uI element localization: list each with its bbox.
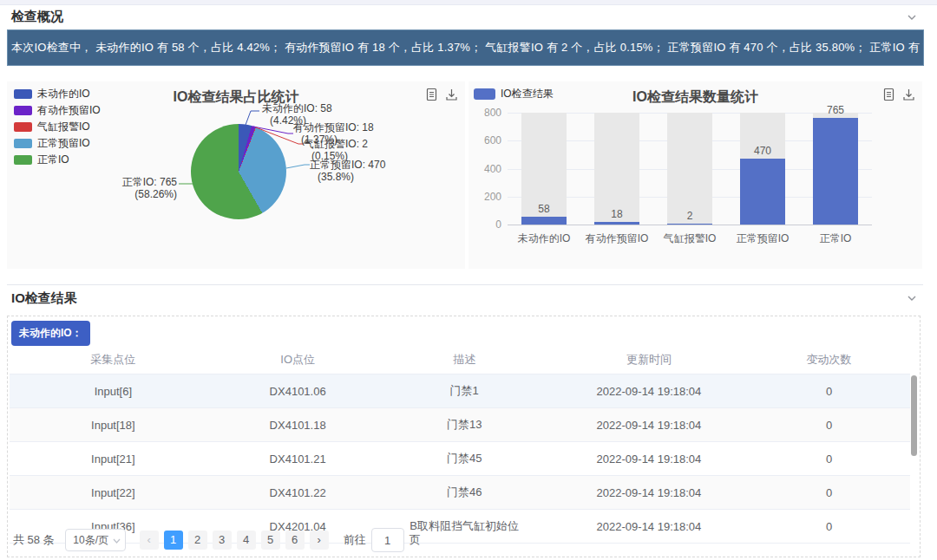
legend-label: 未动作的IO xyxy=(37,87,90,101)
data-view-icon[interactable] xyxy=(882,88,895,101)
table-row[interactable]: Input[22]DX4101.22门禁462022-09-14 19:18:0… xyxy=(10,476,910,510)
table-cell: 2022-09-14 19:18:04 xyxy=(550,442,748,476)
table-cell: 门禁13 xyxy=(379,408,550,442)
data-view-icon[interactable] xyxy=(425,88,438,101)
legend-label: 正常IO xyxy=(37,153,69,167)
page-size-select[interactable]: 10条/页 xyxy=(65,529,126,551)
io-inspection-dashboard: 检查概况 本次IO检查中， 未动作的IO 有 58 个，占比 4.42%； 有动… xyxy=(0,0,937,560)
bar-value-label: 765 xyxy=(799,104,872,116)
bar[interactable] xyxy=(521,217,567,225)
section-divider xyxy=(7,284,923,285)
table-cell: 0 xyxy=(748,442,910,476)
y-axis-tick: 200 xyxy=(468,191,501,203)
results-card: 未动作的IO： 采集点位IO点位描述更新时间变动次数 Input[6]DX410… xyxy=(7,316,921,557)
x-axis-category-label: 正常预留IO xyxy=(726,231,799,246)
bar-legend-item[interactable]: IO检查结果 xyxy=(474,87,554,101)
y-axis-tick: 800 xyxy=(468,107,501,119)
bar-chart-panel: IO检查结果数量统计 IO检查结果 020040060080058未动作的IO1… xyxy=(468,81,922,269)
legend-swatch xyxy=(14,122,32,132)
pie-chart-panel: IO检查结果占比统计 未动作的IO 有动作预留IO 气缸报警IO xyxy=(7,81,465,269)
page-number-button[interactable]: 6 xyxy=(285,531,305,550)
pagination-total: 共 58 条 xyxy=(13,532,55,548)
bar-legend-label: IO检查结果 xyxy=(501,87,554,101)
bar-value-label: 18 xyxy=(580,208,653,220)
table-scrollbar-thumb[interactable] xyxy=(911,375,917,456)
pie-chart[interactable] xyxy=(191,124,286,219)
table-cell: 门禁46 xyxy=(379,476,550,510)
table-cell: DX4101.21 xyxy=(217,442,379,476)
column-header: 描述 xyxy=(379,346,550,374)
legend-item[interactable]: 未动作的IO xyxy=(14,86,101,101)
bar-value-label: 58 xyxy=(508,203,580,215)
page-number-button[interactable]: 4 xyxy=(237,531,256,550)
y-axis-tick: 400 xyxy=(468,163,501,175)
y-axis-tick: 0 xyxy=(468,218,501,231)
x-axis-category-label: 正常IO xyxy=(799,231,872,246)
bar[interactable] xyxy=(740,159,785,225)
table-cell: DX4101.22 xyxy=(217,476,379,510)
goto-page-suffix: 页 xyxy=(410,532,421,548)
table-row[interactable]: Input[18]DX4101.18门禁132022-09-14 19:18:0… xyxy=(10,408,910,442)
x-axis-line xyxy=(508,225,872,225)
table-cell: 2022-09-14 19:18:04 xyxy=(550,510,748,544)
page-number-button[interactable]: 1 xyxy=(164,531,183,550)
download-icon[interactable] xyxy=(902,88,915,101)
legend-swatch xyxy=(14,106,32,115)
download-icon[interactable] xyxy=(445,88,458,101)
legend-swatch xyxy=(14,139,32,148)
legend-item[interactable]: 有动作预留IO xyxy=(14,102,101,118)
table-cell: 0 xyxy=(748,374,910,408)
section-title-overview: 检查概况 xyxy=(11,9,63,25)
page-number-button[interactable]: 5 xyxy=(261,531,280,550)
legend-label: 正常预留IO xyxy=(37,136,90,151)
table-cell: Input[18] xyxy=(10,408,217,442)
pie-callout: 正常预留IO: 470(35.8%) xyxy=(310,160,385,182)
table-cell: Input[21] xyxy=(10,442,217,476)
table-cell: 门禁45 xyxy=(379,442,550,476)
io-results-table: 采集点位IO点位描述更新时间变动次数 Input[6]DX4101.06门禁12… xyxy=(10,346,910,544)
filter-category-button[interactable]: 未动作的IO： xyxy=(11,321,90,346)
table-cell: 0 xyxy=(748,510,910,544)
bar-value-label: 2 xyxy=(653,210,726,222)
pie-legend: 未动作的IO 有动作预留IO 气缸报警IO 正常预留IO 正常IO xyxy=(14,86,101,168)
legend-label: 气缸报警IO xyxy=(37,120,90,134)
bar[interactable] xyxy=(813,118,858,225)
column-header: 变动次数 xyxy=(748,346,910,374)
section-title-results: IO检查结果 xyxy=(11,290,77,307)
page-size-value: 10条/页 xyxy=(73,533,108,548)
legend-swatch xyxy=(14,89,32,99)
goto-label: 前往 xyxy=(344,532,366,548)
collapse-chevron-icon[interactable] xyxy=(906,292,918,304)
table-cell: Input[6] xyxy=(10,374,217,408)
bar[interactable] xyxy=(594,222,639,225)
table-row[interactable]: Input[6]DX4101.06门禁12022-09-14 19:18:040 xyxy=(10,374,910,408)
goto-page-input[interactable] xyxy=(371,528,404,552)
legend-item[interactable]: 正常预留IO xyxy=(14,135,101,151)
column-header: IO点位 xyxy=(217,346,379,374)
legend-item[interactable]: 正常IO xyxy=(14,152,101,167)
y-axis-tick: 600 xyxy=(468,134,501,147)
summary-banner: 本次IO检查中， 未动作的IO 有 58 个，占比 4.42%； 有动作预留IO… xyxy=(7,29,924,66)
page-number-button[interactable]: 3 xyxy=(213,531,232,550)
bar-legend-swatch xyxy=(474,88,495,100)
x-axis-category-label: 有动作预留IO xyxy=(580,231,653,246)
legend-swatch xyxy=(14,155,32,165)
bar-value-label: 470 xyxy=(726,145,799,157)
page-top-strip xyxy=(0,0,937,5)
bar[interactable] xyxy=(667,224,712,225)
table-cell: DX4101.06 xyxy=(217,374,379,408)
legend-item[interactable]: 气缸报警IO xyxy=(14,119,101,134)
table-row[interactable]: Input[21]DX4101.21门禁452022-09-14 19:18:0… xyxy=(10,442,910,476)
bar-toolbox xyxy=(882,88,915,101)
page-number-button[interactable]: 2 xyxy=(188,531,207,550)
next-page-button[interactable]: › xyxy=(310,531,329,550)
pie-callout: 正常IO: 765(58.26%) xyxy=(122,177,177,199)
column-header: 更新时间 xyxy=(550,346,748,374)
table-cell: 2022-09-14 19:18:04 xyxy=(550,476,748,510)
collapse-chevron-icon[interactable] xyxy=(906,11,918,23)
prev-page-button[interactable]: ‹ xyxy=(140,531,159,550)
table-cell: DX4101.18 xyxy=(217,408,379,442)
charts-row: IO检查结果占比统计 未动作的IO 有动作预留IO 气缸报警IO xyxy=(7,81,922,269)
x-axis-category-label: 气缸报警IO xyxy=(653,231,726,246)
table-cell: 0 xyxy=(748,476,910,510)
